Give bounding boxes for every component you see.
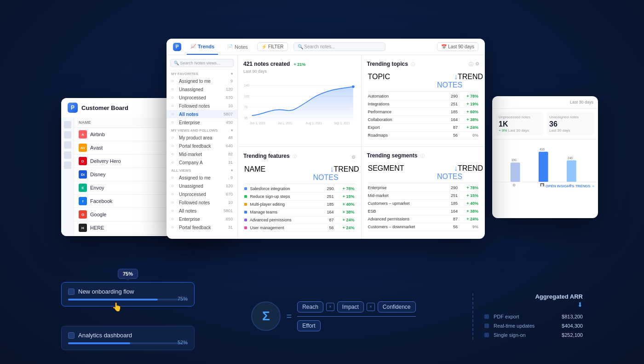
multiply-2-icon: × [367, 303, 375, 311]
sidebar-item[interactable]: ○ Enterprise 450 [167, 118, 237, 127]
sidebar-item[interactable]: ○ Unprocessed 670 [167, 93, 237, 102]
unprocessed-value: 1K [499, 120, 541, 128]
seg-col-segment-header: SEGMENT [368, 164, 437, 181]
analytics-pct: 52% [178, 340, 188, 345]
arr-item-value: $252,100 [551, 332, 583, 338]
open-insights-trends-btn[interactable]: OPEN INSIGHTS TRENDS [546, 184, 591, 188]
confidence-tag[interactable]: Confidence [378, 301, 416, 312]
svg-text:Aug 1, 2021: Aug 1, 2021 [306, 121, 322, 125]
onboarding-pct: 75% [178, 296, 188, 301]
segment-row: Mid-market 251 + 15% [368, 192, 479, 200]
all-views-item[interactable]: ○ Assigned to me 9 [167, 173, 237, 182]
sidebar-item-icon: ○ [171, 78, 177, 84]
feature-row: Multi-player editing 185 + 40% [244, 201, 355, 208]
svg-text:416: 416 [540, 148, 545, 151]
feat-col-name-header: NAME [244, 165, 313, 182]
segment-name: Enterprise [368, 185, 437, 190]
unprocessed-label: Unprocessed notes [499, 115, 541, 119]
view-item-count: 48 [228, 135, 233, 140]
topic-notes: 185 [437, 110, 458, 114]
topic-row: Roadmaps 56 0% [368, 132, 479, 139]
sidebar-item[interactable]: ○ Unassigned 120 [167, 85, 237, 93]
tab-notes[interactable]: 📄 Notes [224, 39, 252, 55]
topic-trend: + 19% [458, 102, 478, 106]
impact-tag[interactable]: Impact [337, 301, 364, 312]
sidebar-item-label: Unassigned [179, 87, 224, 92]
feature-notes: 87 [313, 218, 334, 222]
all-views-item-label: Unprocessed [179, 192, 224, 197]
all-views-item[interactable]: ○ Unprocessed 670 [167, 190, 237, 198]
effort-tag[interactable]: Effort [297, 320, 320, 331]
company-logo-facebook: f [79, 197, 87, 205]
seg-col-notes-header: ↓ NOTES [437, 164, 458, 181]
formula-section: Σ = Reach × Impact × Confidence Effort [213, 301, 454, 331]
trending-topics-info: ⓘ [411, 62, 415, 68]
all-views-item[interactable]: ○ All notes 5801 [167, 207, 237, 215]
topic-trend: + 38% [458, 117, 478, 122]
sidebar-view-item[interactable]: ○ My product area 48 [167, 133, 237, 142]
sidebar-search[interactable]: 🔍 Search Notes views... [170, 59, 234, 67]
sidebar-view-item[interactable]: ○ Portal feedback 640 [167, 142, 237, 150]
sidebar-item[interactable]: ○ All notes 5807 [167, 110, 237, 118]
trending-segments-panel: Trending segments ⓘ SEGMENT ↓ NOTES TREN… [362, 147, 485, 239]
segment-row: ESB 164 + 38% [368, 208, 479, 215]
topic-row: Export 87 + 24% [368, 124, 479, 132]
trending-topics-panel: Trending topics ⓘ ⓘ ⚙ TOPIC ↓ NOTES TREN… [362, 55, 485, 147]
segment-row: Advanced permissions 87 + 24% [368, 215, 479, 223]
feature-notes: 251 [313, 194, 334, 199]
filter-button[interactable]: ⚡ FILTER [257, 42, 288, 51]
all-views-item-icon: ○ [171, 216, 177, 222]
feature-row: User management 56 + 24% [244, 224, 355, 232]
notes-trend-badge: + 21% [293, 62, 305, 67]
all-views-item[interactable]: ○ Followed notes 10 [167, 198, 237, 207]
svg-text:191: 191 [512, 158, 517, 162]
company-logo-avast: AV [79, 144, 87, 152]
svg-rect-14 [539, 152, 548, 182]
all-views-item[interactable]: ○ Unassigned 120 [167, 182, 237, 190]
all-views-item[interactable]: ○ Enterprise 850 [167, 215, 237, 223]
company-logo-disney: Di [79, 170, 87, 179]
feature-trend: + 40% [334, 202, 355, 207]
arr-info-icon: ⬇ [484, 301, 583, 308]
svg-rect-13 [511, 162, 520, 182]
feature-trend: + 78% [334, 186, 355, 191]
feature-name: Multi-player editing [244, 202, 313, 207]
segment-row: Enterprise 290 + 78% [368, 184, 479, 192]
sidebar-item[interactable]: ○ Assigned to me 9 [167, 77, 237, 85]
topic-trend: + 60% [458, 110, 478, 114]
notes-chart: 35 70 105 140 Jun 1, 2021 Jul 1, 2021 Au… [243, 77, 356, 128]
arr-item-label: Single sign-on [494, 332, 546, 338]
info-btn[interactable]: ⓘ [469, 61, 473, 68]
date-range-label: Last 90 days [448, 44, 474, 49]
analytics-checkbox-row: Analytics dashboard [68, 332, 188, 339]
features-settings-icon[interactable]: ⚙ [351, 155, 356, 160]
all-views-item-icon: ○ [171, 225, 177, 230]
segment-name: Customers – upmarket [368, 201, 437, 206]
views-list: ○ My product area 48 ○ Portal feedback 6… [167, 133, 237, 167]
onboarding-progress-fill [68, 299, 158, 300]
all-views-item-count: 120 [226, 184, 233, 188]
all-views-item[interactable]: ○ Portal feedback 31 [167, 223, 237, 231]
svg-text:70: 70 [244, 105, 248, 109]
topic-name: Export [368, 125, 437, 130]
trends-logo: P [173, 43, 181, 51]
all-views-item-label: Portal feedback [179, 225, 226, 230]
sidebar-view-item[interactable]: ○ Company A 31 [167, 158, 237, 167]
sidebar-item[interactable]: ○ Followed notes 10 [167, 102, 237, 110]
segment-trend: + 40% [458, 201, 478, 206]
segment-trend: 9% [458, 225, 478, 229]
tab-trends[interactable]: 📈 Trends [187, 39, 218, 55]
feature-trend: + 38% [334, 210, 355, 214]
onboarding-checkbox[interactable] [68, 289, 75, 295]
arr-dot [484, 333, 489, 337]
reach-tag[interactable]: Reach [297, 301, 323, 312]
trends-icon: 📈 [190, 44, 196, 49]
view-item-label: Portal feedback [179, 144, 224, 149]
date-range-button[interactable]: 📅 Last 90 days [437, 42, 478, 51]
topic-name: Performance [368, 110, 437, 114]
settings-btn[interactable]: ⚙ [475, 61, 479, 68]
search-notes-input[interactable]: 🔍 Search notes... [293, 42, 385, 51]
analytics-checkbox[interactable] [68, 332, 75, 339]
sidebar-view-item[interactable]: ○ Mid-market 82 [167, 150, 237, 158]
sidebar-item-count: 9 [230, 79, 233, 83]
